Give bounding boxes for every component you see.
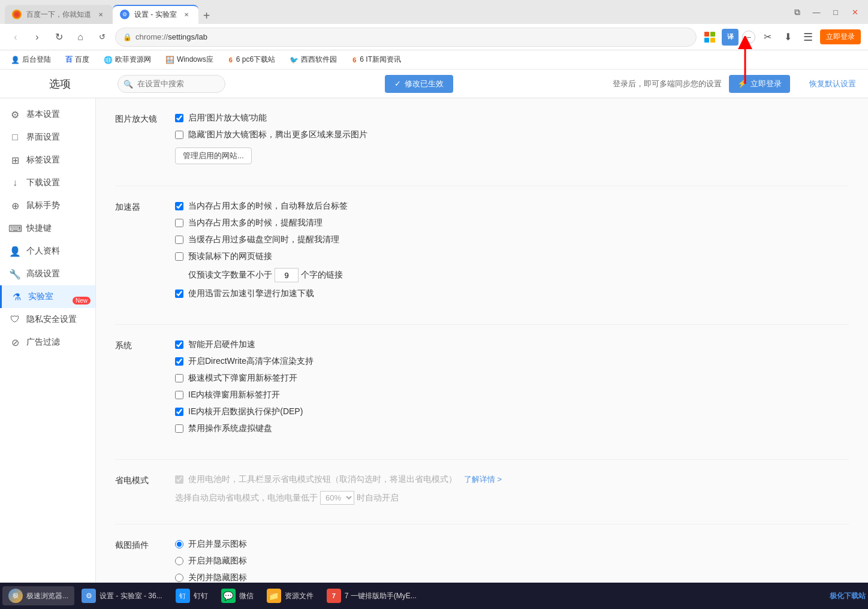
ie-popup-newtab-checkbox[interactable] — [175, 391, 183, 399]
taskbar-wechat-icon: 💬 — [221, 589, 236, 603]
taskbar-item-settings[interactable]: ⚙ 设置 - 实验室 - 36... — [76, 586, 168, 605]
remind-clean-checkbox[interactable] — [175, 219, 183, 227]
screenshot-button[interactable]: ✂ — [759, 29, 776, 46]
preview-min-chars-input[interactable] — [275, 268, 299, 282]
show-icon-radio[interactable] — [175, 540, 183, 548]
bookmark-xixisoft[interactable]: 🐦 西西软件园 — [286, 53, 340, 66]
bookmark-pc6[interactable]: 6 6 pc6下载站 — [224, 53, 279, 66]
taskbar-logo: 极化下载站 — [830, 591, 866, 601]
home-button[interactable]: ⌂ — [72, 29, 89, 46]
hw-accel-label: 智能开启硬件加速 — [188, 339, 255, 350]
tab-baidu-close[interactable]: ✕ — [96, 10, 106, 19]
sidebar-item-advanced[interactable]: 🔧 高级设置 — [0, 263, 95, 285]
section-image-magnifier-content: 启用'图片放大镜'功能 隐藏'图片放大镜'图标，腾出更多区域来显示图片 管理启用… — [175, 113, 849, 167]
sidebar-item-ui[interactable]: □ 界面设置 — [0, 126, 95, 149]
login-button-right[interactable]: ⚡ 立即登录 — [729, 75, 790, 93]
preview-hover-checkbox[interactable] — [175, 252, 183, 261]
preview-label-before: 仅预读文字数量不小于 — [188, 270, 272, 281]
bookmark-itnews-icon: 6 — [351, 56, 357, 64]
show-icon-label: 开启并显示图标 — [188, 539, 247, 550]
checkbox-preview-hover: 预读鼠标下的网页链接 — [175, 251, 849, 262]
disk-remind-checkbox[interactable] — [175, 236, 183, 244]
tab-baidu-favicon — [12, 10, 22, 19]
enable-magnifier-checkbox[interactable] — [175, 114, 183, 122]
tabs-settings-icon: ⊞ — [10, 155, 20, 165]
section-screenshot: 截图插件 开启并显示图标 开启并隐藏图标 关闭并隐藏图标 — [115, 539, 849, 583]
back-button[interactable]: ‹ — [7, 29, 24, 46]
divider-3 — [115, 459, 849, 460]
ie-dep-checkbox[interactable] — [175, 408, 183, 416]
tab-list-button[interactable]: ⧉ — [789, 4, 806, 20]
taskbar-item-files[interactable]: 📁 资源文件 — [261, 586, 320, 605]
settings-search-input[interactable] — [117, 75, 225, 93]
section-accelerator: 加速器 当内存占用太多的时候，自动释放后台标签 当内存占用太多的时候，提醒我清理… — [115, 201, 849, 305]
direct-write-checkbox[interactable] — [175, 357, 183, 366]
taskbar-browser-icon: 极 — [8, 589, 23, 603]
settings-header-bar: 选项 🔍 ✓ 修改已生效 登录后，即可多端同步您的设置 ⚡ 立即登录 恢复默认设… — [0, 70, 868, 98]
sidebar-item-profile[interactable]: 👤 个人资料 — [0, 240, 95, 263]
bookmark-oufeiziyuan[interactable]: 🌐 欧菲资源网 — [100, 53, 155, 66]
extreme-new-tab-checkbox[interactable] — [175, 374, 183, 382]
bookmark-windows[interactable]: 🪟 Windows应 — [162, 53, 217, 66]
disk-remind-label: 当缓存占用过多磁盘空间时，提醒我清理 — [188, 234, 339, 245]
tab-baidu[interactable]: 百度一下，你就知道 ✕ — [5, 5, 113, 24]
taskbar-item-dingtalk[interactable]: 钉 钉钉 — [170, 586, 214, 605]
disable-vkeyboard-checkbox[interactable] — [175, 424, 183, 433]
sidebar-item-privacy[interactable]: 🛡 隐私安全设置 — [0, 308, 95, 331]
use-thunder-checkbox[interactable] — [175, 290, 183, 298]
bookmark-admin[interactable]: 👤 后台登陆 — [7, 53, 55, 66]
battery-mode-checkbox[interactable] — [175, 475, 183, 484]
auto-release-checkbox[interactable] — [175, 202, 183, 210]
translate-button[interactable]: 译 — [722, 29, 739, 46]
sidebar-item-lab[interactable]: ⚗ 实验室 New — [0, 285, 95, 308]
refresh-button[interactable]: ↻ — [50, 29, 67, 46]
sidebar-item-tabs-label: 标签设置 — [26, 155, 60, 165]
menu-button[interactable]: ☰ — [800, 29, 816, 46]
new-tab-button[interactable]: + — [198, 7, 215, 24]
taskbar-item-7zip[interactable]: 7 7 一键排版助手(MyE... — [321, 586, 417, 605]
restore-defaults-button[interactable]: 恢复默认设置 — [809, 79, 856, 89]
close-hide-radio[interactable] — [175, 574, 183, 582]
save-button[interactable]: ✓ 修改已生效 — [385, 75, 453, 93]
sidebar-item-mouse[interactable]: ⊕ 鼠标手势 — [0, 194, 95, 217]
section-accelerator-label: 加速器 — [115, 201, 175, 305]
minimize-button[interactable]: — — [808, 4, 825, 20]
sidebar-item-tabs[interactable]: ⊞ 标签设置 — [0, 149, 95, 171]
tab-settings-close[interactable]: ✕ — [182, 10, 191, 19]
taskbar-item-wechat[interactable]: 💬 微信 — [215, 586, 260, 605]
tab-settings[interactable]: ⚙ 设置 - 实验室 ✕ — [113, 5, 198, 24]
close-button[interactable]: ✕ — [846, 4, 863, 20]
manage-sites-button[interactable]: 管理启用的网站... — [175, 147, 252, 164]
taskbar-item-browser[interactable]: 极 极速浏览器... — [2, 586, 74, 605]
sidebar-item-adblock[interactable]: ⊘ 广告过滤 — [0, 331, 95, 354]
checkbox-hide-magnifier: 隐藏'图片放大镜'图标，腾出更多区域来显示图片 — [175, 129, 849, 140]
windows-logo-button[interactable] — [701, 29, 718, 46]
download-settings-icon: ↓ — [10, 177, 20, 188]
bookmark-itnews[interactable]: 6 6 IT新闻资讯 — [348, 53, 405, 66]
bookmark-oufeiziyuan-icon: 🌐 — [104, 56, 113, 64]
sidebar-item-shortcuts[interactable]: ⌨ 快捷键 — [0, 217, 95, 240]
hw-accel-checkbox[interactable] — [175, 340, 183, 349]
bookmark-baidu[interactable]: 百 百度 — [62, 53, 93, 66]
battery-mode-label: 使用电池时，工具栏显示省电模式按钮（取消勾选时，将退出省电模式） — [188, 474, 457, 485]
forward-button[interactable]: › — [29, 29, 46, 46]
preview-label-after: 个字的链接 — [301, 270, 343, 281]
auto-power-saving-select[interactable]: 60% 50% 70% — [320, 491, 354, 505]
save-checkmark-icon: ✓ — [394, 79, 401, 88]
ie-popup-newtab-label: IE内核弹窗用新标签打开 — [188, 390, 280, 400]
address-bar[interactable]: 🔒 chrome://settings/lab — [115, 28, 697, 47]
maximize-button[interactable]: □ — [827, 4, 844, 20]
sidebar-item-download[interactable]: ↓ 下载设置 — [0, 171, 95, 194]
enable-magnifier-label: 启用'图片放大镜'功能 — [188, 113, 267, 123]
sidebar-item-basic[interactable]: ⚙ 基本设置 — [0, 103, 95, 126]
zoom-button[interactable]: − — [742, 31, 755, 44]
hide-icon-radio[interactable] — [175, 557, 183, 565]
power-saving-learn-more-link[interactable]: 了解详情 > — [464, 474, 502, 485]
nav-login-button[interactable]: 立即登录 — [820, 29, 861, 44]
hide-magnifier-checkbox[interactable] — [175, 131, 183, 139]
hide-magnifier-label: 隐藏'图片放大镜'图标，腾出更多区域来显示图片 — [188, 129, 367, 140]
lab-settings-icon: ⚗ — [11, 291, 22, 302]
sidebar-item-privacy-label: 隐私安全设置 — [26, 314, 77, 325]
download-button[interactable]: ⬇ — [779, 29, 796, 46]
history-back-button[interactable]: ↺ — [94, 29, 110, 46]
